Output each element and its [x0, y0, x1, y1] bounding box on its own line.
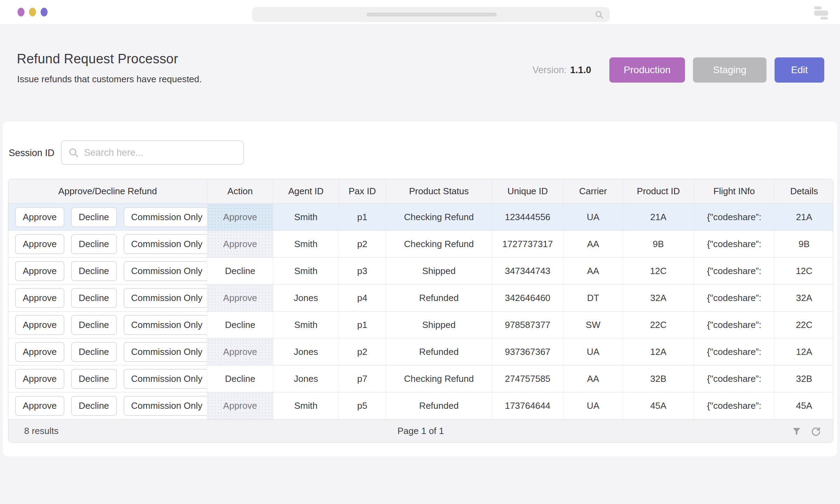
unique-id-cell: 274757585 [492, 365, 564, 392]
commission-only-button[interactable]: Commission Only [124, 234, 207, 254]
approve-button[interactable]: Approve [15, 369, 64, 389]
decline-button[interactable]: Decline [71, 288, 117, 308]
commission-only-button[interactable]: Commission Only [124, 207, 207, 227]
window-dot-3[interactable] [41, 8, 48, 16]
column-header-carrier: Carrier [564, 179, 623, 203]
table-body: ApproveDeclineCommission OnlyApproveSmit… [8, 204, 833, 419]
details-cell: 9B [775, 231, 833, 257]
product-status-cell: Checking Refund [386, 204, 492, 230]
pax-id-cell: p5 [339, 392, 386, 419]
approve-button[interactable]: Approve [15, 342, 64, 362]
window-dot-2[interactable] [29, 8, 36, 16]
product-id-cell: 12A [623, 338, 694, 365]
agent-id-cell: Smith [273, 231, 339, 257]
pax-id-cell: p4 [339, 285, 386, 311]
product-id-cell: 9B [623, 231, 694, 257]
action-cell: Decline [207, 258, 273, 284]
flight-info-cell: {"codeshare”: [694, 338, 775, 365]
column-header-action: Action [207, 179, 273, 203]
commission-only-button[interactable]: Commission Only [124, 396, 207, 416]
flight-info-cell: {"codeshare”: [694, 312, 775, 338]
agent-id-cell: Smith [273, 258, 339, 284]
flight-info-cell: {"codeshare”: [694, 204, 775, 230]
column-header-details: Details [775, 179, 833, 203]
page-title: Refund Request Processor [17, 51, 178, 66]
product-id-cell: 32A [623, 285, 694, 311]
approve-button[interactable]: Approve [15, 396, 64, 416]
approve-decline-cell: ApproveDeclineCommission Only [8, 312, 207, 338]
window-dot-1[interactable] [18, 8, 24, 16]
commission-only-button[interactable]: Commission Only [124, 342, 207, 362]
table-row[interactable]: ApproveDeclineCommission OnlyDeclineJone… [8, 365, 833, 392]
browser-menu-icon[interactable] [814, 6, 828, 19]
decline-button[interactable]: Decline [71, 396, 117, 416]
product-id-cell: 22C [623, 312, 694, 338]
table-row[interactable]: ApproveDeclineCommission OnlyApproveJone… [8, 285, 833, 312]
unique-id-cell: 173764644 [492, 392, 564, 419]
carrier-cell: SW [564, 312, 623, 338]
table-row[interactable]: ApproveDeclineCommission OnlyDeclineSmit… [8, 312, 833, 338]
carrier-cell: UA [564, 392, 623, 419]
decline-button[interactable]: Decline [71, 234, 117, 254]
window-control-dots [18, 8, 48, 16]
decline-button[interactable]: Decline [71, 315, 117, 335]
table-row[interactable]: ApproveDeclineCommission OnlyApproveJone… [8, 338, 833, 365]
details-cell: 12A [775, 338, 833, 365]
agent-id-cell: Smith [273, 392, 339, 419]
environment-controls: Version: 1.1.0 Production Staging Edit [532, 57, 824, 83]
table-row[interactable]: ApproveDeclineCommission OnlyApproveSmit… [8, 392, 833, 419]
details-cell: 32A [775, 285, 833, 311]
action-cell: Decline [207, 312, 273, 338]
decline-button[interactable]: Decline [71, 369, 117, 389]
product-id-cell: 32B [623, 365, 694, 392]
approve-decline-cell: ApproveDeclineCommission Only [8, 204, 207, 230]
approve-button[interactable]: Approve [15, 234, 64, 254]
approve-button[interactable]: Approve [15, 261, 64, 281]
pax-id-cell: p2 [339, 231, 386, 257]
unique-id-cell: 1727737317 [492, 231, 564, 257]
page-header: Refund Request Processor Issue refunds t… [0, 25, 840, 121]
unique-id-cell: 347344743 [492, 258, 564, 284]
table-row[interactable]: ApproveDeclineCommission OnlyApproveSmit… [8, 231, 833, 258]
flight-info-cell: {"codeshare”: [694, 392, 775, 419]
product-status-cell: Refunded [386, 338, 492, 365]
action-cell: Decline [207, 365, 273, 392]
approve-button[interactable]: Approve [15, 315, 64, 335]
table-row[interactable]: ApproveDeclineCommission OnlyApproveSmit… [8, 204, 833, 231]
decline-button[interactable]: Decline [71, 261, 117, 281]
search-icon [68, 147, 79, 158]
approve-button[interactable]: Approve [15, 207, 64, 227]
product-id-cell: 21A [623, 204, 694, 230]
unique-id-cell: 978587377 [492, 312, 564, 338]
agent-id-cell: Jones [273, 338, 339, 365]
product-id-cell: 45A [623, 392, 694, 419]
commission-only-button[interactable]: Commission Only [124, 315, 207, 335]
commission-only-button[interactable]: Commission Only [124, 369, 207, 389]
refresh-icon[interactable] [811, 426, 820, 436]
pax-id-cell: p2 [339, 338, 386, 365]
decline-button[interactable]: Decline [71, 207, 117, 227]
approve-button[interactable]: Approve [15, 288, 64, 308]
action-cell: Approve [207, 392, 273, 419]
unique-id-cell: 937367367 [492, 338, 564, 365]
action-cell: Approve [207, 231, 273, 257]
staging-button[interactable]: Staging [693, 57, 766, 83]
product-status-cell: Refunded [386, 392, 492, 419]
production-button[interactable]: Production [609, 57, 685, 83]
edit-button[interactable]: Edit [775, 57, 824, 83]
commission-only-button[interactable]: Commission Only [124, 261, 207, 281]
address-redacted-text [366, 13, 497, 16]
table-row[interactable]: ApproveDeclineCommission OnlyDeclineSmit… [8, 258, 833, 285]
search-input[interactable] [84, 147, 238, 158]
browser-address-bar[interactable] [252, 7, 610, 22]
approve-decline-cell: ApproveDeclineCommission Only [8, 392, 207, 419]
column-header-approve-decline-refund: Approve/Decline Refund [8, 179, 207, 203]
approve-decline-cell: ApproveDeclineCommission Only [8, 258, 207, 284]
filter-icon[interactable] [792, 426, 802, 436]
product-status-cell: Shipped [386, 258, 492, 284]
carrier-cell: AA [564, 258, 623, 284]
commission-only-button[interactable]: Commission Only [124, 288, 207, 308]
decline-button[interactable]: Decline [71, 342, 117, 362]
details-cell: 32B [775, 365, 833, 392]
pax-id-cell: p1 [339, 312, 386, 338]
